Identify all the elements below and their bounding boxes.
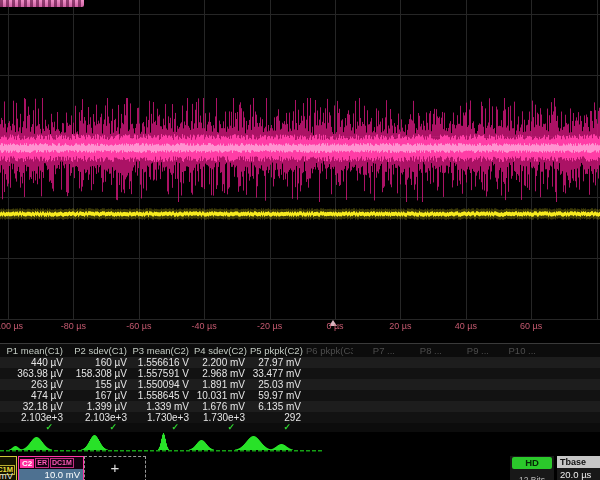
measure-header[interactable]: P4 sdev(C2)	[194, 344, 250, 357]
measure-header[interactable]: P2 sdev(C1)	[68, 344, 132, 357]
table-cell	[400, 401, 447, 412]
table-cell: 32.18 µV	[0, 401, 68, 412]
timebase-descriptor[interactable]: Tbase 20.0 µs	[557, 456, 600, 480]
measure-header-unused[interactable]: P9 ...	[447, 344, 494, 357]
table-cell	[306, 357, 353, 368]
time-axis-label: -40 µs	[192, 321, 217, 331]
table-cell: 263 µV	[0, 379, 68, 390]
hd-badge: HD	[512, 457, 552, 469]
status-check-icon: ✓	[250, 423, 306, 432]
timebase-value: 20.0 µs	[557, 468, 600, 480]
table-cell: 158.308 µV	[68, 368, 132, 379]
measure-header-unused[interactable]: P6 pkpk(C3)	[306, 344, 353, 357]
table-cell: 2.200 mV	[194, 357, 250, 368]
table-cell: 33.477 mV	[250, 368, 306, 379]
measure-header-unused[interactable]: P10 ...	[494, 344, 541, 357]
oscilloscope-screen: -100 µs-80 µs-60 µs-40 µs-20 µs0 µs20 µs…	[0, 0, 600, 480]
table-cell	[400, 379, 447, 390]
c2-channel-label: C2	[20, 459, 34, 468]
measurement-table[interactable]: P1 mean(C1)P2 sdev(C1)P3 mean(C2)P4 sdev…	[0, 343, 600, 432]
time-axis-label: 0 µs	[326, 321, 343, 331]
status-check-icon: ✓	[0, 423, 68, 432]
time-axis-labels: -100 µs-80 µs-60 µs-40 µs-20 µs0 µs20 µs…	[0, 321, 600, 333]
table-cell	[353, 357, 400, 368]
table-cell: 59.97 mV	[250, 390, 306, 401]
table-cell: 1.339 mV	[132, 401, 194, 412]
table-cell: 2.103e+3	[68, 412, 132, 423]
time-axis-label: -100 µs	[0, 321, 23, 331]
filler	[353, 423, 400, 432]
table-cell: 1.399 µV	[68, 401, 132, 412]
table-cell: 1.730e+3	[132, 412, 194, 423]
table-cell	[306, 401, 353, 412]
table-cell	[447, 412, 494, 423]
table-cell	[447, 368, 494, 379]
table-cell	[447, 401, 494, 412]
table-cell	[494, 357, 541, 368]
c2-coupling-badge: DC1M	[50, 458, 74, 468]
time-axis-label: 40 µs	[455, 321, 477, 331]
table-cell	[353, 390, 400, 401]
timebase-title: Tbase	[557, 456, 600, 468]
table-cell	[541, 357, 600, 368]
table-cell	[353, 401, 400, 412]
table-cell	[353, 368, 400, 379]
table-cell	[400, 390, 447, 401]
filler	[447, 423, 494, 432]
table-cell: 1.676 mV	[194, 401, 250, 412]
channel-c2-descriptor[interactable]: C2 ER DC1M 10.0 mV	[18, 456, 84, 480]
add-trace-button[interactable]: +	[84, 456, 146, 480]
table-cell	[306, 379, 353, 390]
time-axis-label: -80 µs	[61, 321, 86, 331]
table-cell	[447, 357, 494, 368]
table-cell: 1.557591 V	[132, 368, 194, 379]
table-cell	[400, 368, 447, 379]
measure-header-unused[interactable]: P7 ...	[353, 344, 400, 357]
table-cell: 27.97 mV	[250, 357, 306, 368]
status-check-icon: ✓	[132, 423, 194, 432]
time-axis-label: 60 µs	[520, 321, 542, 331]
table-cell: 440 µV	[0, 357, 68, 368]
table-cell	[447, 390, 494, 401]
table-cell: 1.891 mV	[194, 379, 250, 390]
channel-c1-descriptor[interactable]: DC1M 0 mV	[0, 456, 17, 480]
table-cell	[541, 412, 600, 423]
time-axis-label: -60 µs	[126, 321, 151, 331]
table-cell	[400, 412, 447, 423]
filler	[306, 423, 353, 432]
table-cell	[400, 357, 447, 368]
measure-header[interactable]: P1 mean(C1)	[0, 344, 68, 357]
table-cell: 1.730e+3	[194, 412, 250, 423]
table-cell	[541, 368, 600, 379]
table-cell: 2.968 mV	[194, 368, 250, 379]
table-cell: 25.03 mV	[250, 379, 306, 390]
table-cell: 1.550094 V	[132, 379, 194, 390]
table-cell	[447, 379, 494, 390]
table-cell	[494, 379, 541, 390]
table-cell	[494, 401, 541, 412]
filler	[541, 423, 600, 432]
hd-mode-indicator[interactable]: HD 12 Bits	[510, 456, 554, 480]
table-cell: 1.558645 V	[132, 390, 194, 401]
table-cell	[306, 390, 353, 401]
measure-header-unused[interactable]: P8 ...	[400, 344, 447, 357]
clipped-trace-descriptor-badge	[0, 0, 84, 7]
table-cell: 2.103e+3	[0, 412, 68, 423]
table-cell	[541, 390, 600, 401]
table-cell	[353, 379, 400, 390]
table-cell: 363.98 µV	[0, 368, 68, 379]
table-cell	[541, 379, 600, 390]
c2-volts-per-div: 10.0 mV	[19, 469, 83, 480]
time-axis-label: -20 µs	[257, 321, 282, 331]
measure-header[interactable]: P3 mean(C2)	[132, 344, 194, 357]
table-cell: 160 µV	[68, 357, 132, 368]
table-cell	[494, 368, 541, 379]
table-cell	[353, 412, 400, 423]
table-cell: 1.556616 V	[132, 357, 194, 368]
status-check-icon: ✓	[68, 423, 132, 432]
table-cell: 292	[250, 412, 306, 423]
filler	[541, 344, 600, 357]
measure-header[interactable]: P5 pkpk(C2)	[250, 344, 306, 357]
filler	[494, 423, 541, 432]
table-cell	[494, 412, 541, 423]
